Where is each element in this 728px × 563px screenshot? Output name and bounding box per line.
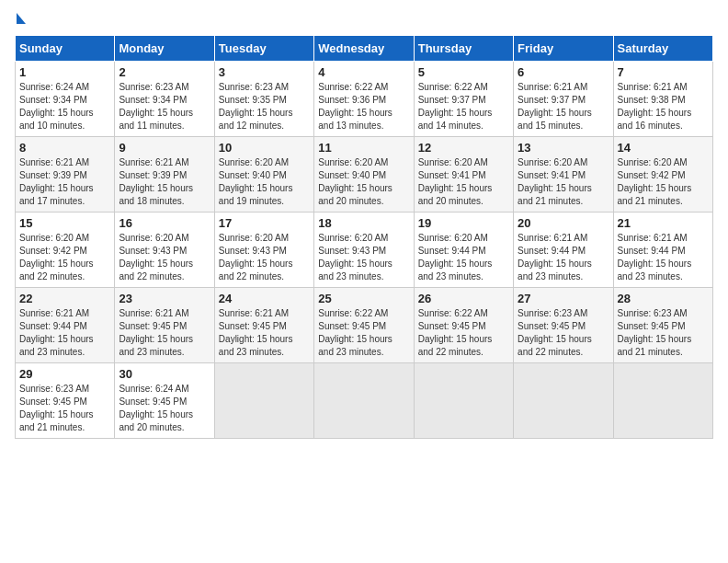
calendar-week-row: 29Sunrise: 6:23 AM Sunset: 9:45 PM Dayli…: [16, 363, 713, 439]
calendar-cell: 2Sunrise: 6:23 AM Sunset: 9:34 PM Daylig…: [115, 62, 214, 137]
logo-triangle-icon: [17, 13, 26, 24]
day-info: Sunrise: 6:22 AM Sunset: 9:45 PM Dayligh…: [418, 307, 509, 359]
column-header-thursday: Thursday: [414, 36, 513, 62]
calendar-cell: 17Sunrise: 6:20 AM Sunset: 9:43 PM Dayli…: [214, 213, 313, 288]
day-info: Sunrise: 6:20 AM Sunset: 9:43 PM Dayligh…: [119, 232, 210, 283]
day-number: 8: [19, 141, 110, 155]
day-number: 4: [318, 65, 409, 79]
day-number: 10: [219, 141, 310, 155]
calendar-cell: 8Sunrise: 6:21 AM Sunset: 9:39 PM Daylig…: [16, 137, 115, 213]
day-number: 24: [219, 292, 310, 305]
day-info: Sunrise: 6:22 AM Sunset: 9:37 PM Dayligh…: [418, 81, 509, 132]
calendar-cell: 14Sunrise: 6:20 AM Sunset: 9:42 PM Dayli…: [613, 137, 712, 213]
day-info: Sunrise: 6:20 AM Sunset: 9:40 PM Dayligh…: [219, 156, 310, 208]
day-info: Sunrise: 6:20 AM Sunset: 9:44 PM Dayligh…: [418, 232, 509, 283]
day-number: 28: [618, 292, 709, 305]
calendar-cell: 27Sunrise: 6:23 AM Sunset: 9:45 PM Dayli…: [514, 288, 613, 363]
day-number: 29: [19, 367, 110, 381]
day-info: Sunrise: 6:21 AM Sunset: 9:44 PM Dayligh…: [518, 232, 609, 283]
day-number: 17: [219, 216, 310, 230]
column-header-friday: Friday: [514, 36, 613, 62]
column-header-saturday: Saturday: [613, 36, 712, 62]
calendar-cell: 29Sunrise: 6:23 AM Sunset: 9:45 PM Dayli…: [16, 363, 115, 439]
day-info: Sunrise: 6:21 AM Sunset: 9:45 PM Dayligh…: [119, 307, 210, 359]
calendar-cell: 5Sunrise: 6:22 AM Sunset: 9:37 PM Daylig…: [414, 62, 513, 137]
day-number: 2: [119, 65, 210, 79]
day-number: 21: [618, 216, 709, 230]
calendar-cell: 16Sunrise: 6:20 AM Sunset: 9:43 PM Dayli…: [115, 213, 214, 288]
day-info: Sunrise: 6:20 AM Sunset: 9:41 PM Dayligh…: [518, 156, 609, 208]
column-header-monday: Monday: [115, 36, 214, 62]
day-info: Sunrise: 6:20 AM Sunset: 9:42 PM Dayligh…: [19, 232, 110, 283]
day-number: 12: [418, 141, 509, 155]
calendar-cell: [414, 363, 513, 439]
day-info: Sunrise: 6:20 AM Sunset: 9:41 PM Dayligh…: [418, 156, 509, 208]
calendar-cell: 13Sunrise: 6:20 AM Sunset: 9:41 PM Dayli…: [514, 137, 613, 213]
column-header-sunday: Sunday: [16, 36, 115, 62]
calendar-week-row: 22Sunrise: 6:21 AM Sunset: 9:44 PM Dayli…: [16, 288, 713, 363]
day-number: 23: [119, 292, 210, 305]
calendar-cell: 11Sunrise: 6:20 AM Sunset: 9:40 PM Dayli…: [314, 137, 414, 213]
calendar-week-row: 8Sunrise: 6:21 AM Sunset: 9:39 PM Daylig…: [16, 137, 713, 213]
calendar-header-row: SundayMondayTuesdayWednesdayThursdayFrid…: [16, 36, 713, 62]
calendar-cell: 19Sunrise: 6:20 AM Sunset: 9:44 PM Dayli…: [414, 213, 513, 288]
calendar-cell: 28Sunrise: 6:23 AM Sunset: 9:45 PM Dayli…: [613, 288, 712, 363]
day-number: 9: [119, 141, 210, 155]
day-info: Sunrise: 6:20 AM Sunset: 9:40 PM Dayligh…: [318, 156, 409, 208]
calendar-cell: 23Sunrise: 6:21 AM Sunset: 9:45 PM Dayli…: [115, 288, 214, 363]
calendar-cell: [314, 363, 414, 439]
day-info: Sunrise: 6:24 AM Sunset: 9:34 PM Dayligh…: [19, 81, 110, 132]
calendar-week-row: 1Sunrise: 6:24 AM Sunset: 9:34 PM Daylig…: [16, 62, 713, 137]
day-number: 22: [19, 292, 110, 305]
calendar-cell: 20Sunrise: 6:21 AM Sunset: 9:44 PM Dayli…: [514, 213, 613, 288]
calendar-cell: [514, 363, 613, 439]
day-info: Sunrise: 6:23 AM Sunset: 9:45 PM Dayligh…: [618, 307, 709, 359]
day-number: 6: [518, 65, 609, 79]
day-info: Sunrise: 6:23 AM Sunset: 9:34 PM Dayligh…: [119, 81, 210, 132]
calendar-cell: 15Sunrise: 6:20 AM Sunset: 9:42 PM Dayli…: [16, 213, 115, 288]
day-number: 20: [518, 216, 609, 230]
calendar-cell: 6Sunrise: 6:21 AM Sunset: 9:37 PM Daylig…: [514, 62, 613, 137]
day-number: 30: [119, 367, 210, 381]
calendar-cell: 22Sunrise: 6:21 AM Sunset: 9:44 PM Dayli…: [16, 288, 115, 363]
day-number: 16: [119, 216, 210, 230]
day-number: 27: [518, 292, 609, 305]
calendar-table: SundayMondayTuesdayWednesdayThursdayFrid…: [15, 35, 713, 439]
page-header: [15, 15, 713, 24]
day-info: Sunrise: 6:21 AM Sunset: 9:38 PM Dayligh…: [618, 81, 709, 132]
day-number: 18: [318, 216, 409, 230]
calendar-cell: 7Sunrise: 6:21 AM Sunset: 9:38 PM Daylig…: [613, 62, 712, 137]
calendar-cell: 4Sunrise: 6:22 AM Sunset: 9:36 PM Daylig…: [314, 62, 414, 137]
calendar-cell: 24Sunrise: 6:21 AM Sunset: 9:45 PM Dayli…: [214, 288, 313, 363]
calendar-cell: 30Sunrise: 6:24 AM Sunset: 9:45 PM Dayli…: [115, 363, 214, 439]
day-info: Sunrise: 6:22 AM Sunset: 9:36 PM Dayligh…: [318, 81, 409, 132]
calendar-cell: [214, 363, 313, 439]
day-info: Sunrise: 6:21 AM Sunset: 9:45 PM Dayligh…: [219, 307, 310, 359]
calendar-cell: 18Sunrise: 6:20 AM Sunset: 9:43 PM Dayli…: [314, 213, 414, 288]
day-number: 3: [219, 65, 310, 79]
day-info: Sunrise: 6:20 AM Sunset: 9:43 PM Dayligh…: [318, 232, 409, 283]
calendar-cell: 25Sunrise: 6:22 AM Sunset: 9:45 PM Dayli…: [314, 288, 414, 363]
day-info: Sunrise: 6:22 AM Sunset: 9:45 PM Dayligh…: [318, 307, 409, 359]
calendar-cell: 21Sunrise: 6:21 AM Sunset: 9:44 PM Dayli…: [613, 213, 712, 288]
calendar-cell: 1Sunrise: 6:24 AM Sunset: 9:34 PM Daylig…: [16, 62, 115, 137]
day-number: 7: [618, 65, 709, 79]
day-number: 25: [318, 292, 409, 305]
day-info: Sunrise: 6:20 AM Sunset: 9:42 PM Dayligh…: [618, 156, 709, 208]
day-number: 26: [418, 292, 509, 305]
column-header-tuesday: Tuesday: [214, 36, 313, 62]
calendar-cell: 26Sunrise: 6:22 AM Sunset: 9:45 PM Dayli…: [414, 288, 513, 363]
calendar-cell: 9Sunrise: 6:21 AM Sunset: 9:39 PM Daylig…: [115, 137, 214, 213]
day-number: 11: [318, 141, 409, 155]
day-number: 5: [418, 65, 509, 79]
day-info: Sunrise: 6:21 AM Sunset: 9:39 PM Dayligh…: [19, 156, 110, 208]
day-number: 19: [418, 216, 509, 230]
logo: [15, 15, 26, 24]
day-info: Sunrise: 6:21 AM Sunset: 9:44 PM Dayligh…: [618, 232, 709, 283]
day-info: Sunrise: 6:21 AM Sunset: 9:44 PM Dayligh…: [19, 307, 110, 359]
day-number: 14: [618, 141, 709, 155]
day-info: Sunrise: 6:23 AM Sunset: 9:35 PM Dayligh…: [219, 81, 310, 132]
calendar-cell: 3Sunrise: 6:23 AM Sunset: 9:35 PM Daylig…: [214, 62, 313, 137]
calendar-cell: [613, 363, 712, 439]
calendar-week-row: 15Sunrise: 6:20 AM Sunset: 9:42 PM Dayli…: [16, 213, 713, 288]
